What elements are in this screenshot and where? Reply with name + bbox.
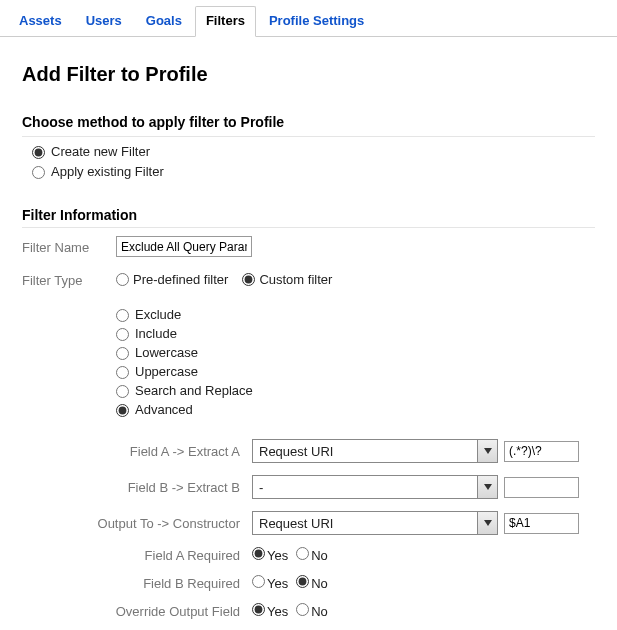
subtype-label-exclude: Exclude — [135, 306, 181, 324]
field-a-extract-input[interactable] — [504, 441, 579, 462]
subtype-radio-advanced[interactable] — [116, 404, 129, 417]
method-label-existing: Apply existing Filter — [51, 163, 164, 181]
field-b-select[interactable]: - — [252, 475, 498, 499]
subtype-label-include: Include — [135, 325, 177, 343]
filter-type-group: Pre-defined filter Custom filter — [116, 272, 338, 287]
subtype-label-advanced: Advanced — [135, 401, 193, 419]
field-b-label: Field B -> Extract B — [22, 480, 252, 495]
subtype-label-search-replace: Search and Replace — [135, 382, 253, 400]
subtype-radio-include[interactable] — [116, 328, 129, 341]
dropdown-arrow-icon — [477, 512, 497, 534]
svg-marker-1 — [484, 484, 492, 490]
tab-label: Filters — [206, 13, 245, 28]
subtype-radio-lowercase[interactable] — [116, 347, 129, 360]
filter-type-label-predefined: Pre-defined filter — [133, 272, 228, 287]
dropdown-arrow-icon — [477, 476, 497, 498]
tab-filters[interactable]: Filters — [195, 6, 256, 37]
output-to-label: Output To -> Constructor — [22, 516, 252, 531]
field-b-required-label: Field B Required — [22, 576, 252, 591]
filter-type-label-custom: Custom filter — [259, 272, 332, 287]
output-constructor-input[interactable] — [504, 513, 579, 534]
subtype-radio-uppercase[interactable] — [116, 366, 129, 379]
override-output-yes[interactable] — [252, 603, 265, 616]
no-label: No — [311, 576, 328, 591]
field-b-required-yes[interactable] — [252, 575, 265, 588]
tab-label: Profile Settings — [269, 13, 364, 28]
output-to-select-value: Request URI — [253, 516, 477, 531]
svg-marker-0 — [484, 448, 492, 454]
subtype-label-lowercase: Lowercase — [135, 344, 198, 362]
yes-label: Yes — [267, 604, 288, 619]
filter-type-radio-predefined[interactable] — [116, 273, 129, 286]
output-to-select[interactable]: Request URI — [252, 511, 498, 535]
method-radio-existing[interactable] — [32, 166, 45, 179]
tab-label: Assets — [19, 13, 62, 28]
method-label-create: Create new Filter — [51, 143, 150, 161]
filter-name-label: Filter Name — [22, 238, 116, 255]
field-b-select-value: - — [253, 480, 477, 495]
field-b-required-no[interactable] — [296, 575, 309, 588]
subtype-label-uppercase: Uppercase — [135, 363, 198, 381]
filter-name-input[interactable] — [116, 236, 252, 257]
advanced-config: Field A -> Extract A Request URI Field B… — [22, 439, 595, 630]
override-output-no[interactable] — [296, 603, 309, 616]
override-output-label: Override Output Field — [22, 604, 252, 619]
no-label: No — [311, 604, 328, 619]
subtype-radio-exclude[interactable] — [116, 309, 129, 322]
content-area: Add Filter to Profile Choose method to a… — [0, 37, 617, 630]
page-title: Add Filter to Profile — [22, 63, 595, 86]
field-a-required-no[interactable] — [296, 547, 309, 560]
tab-assets[interactable]: Assets — [8, 6, 73, 36]
tab-profile-settings[interactable]: Profile Settings — [258, 6, 375, 36]
filter-type-label: Filter Type — [22, 271, 116, 288]
field-a-label: Field A -> Extract A — [22, 444, 252, 459]
svg-marker-2 — [484, 520, 492, 526]
tabs-bar: Assets Users Goals Filters Profile Setti… — [0, 0, 617, 37]
field-a-required-yes[interactable] — [252, 547, 265, 560]
method-radio-group: Create new Filter Apply existing Filter — [32, 143, 595, 181]
filter-type-radio-custom[interactable] — [242, 273, 255, 286]
method-radio-create[interactable] — [32, 146, 45, 159]
field-a-select[interactable]: Request URI — [252, 439, 498, 463]
yes-label: Yes — [267, 576, 288, 591]
info-heading: Filter Information — [22, 207, 595, 228]
tab-goals[interactable]: Goals — [135, 6, 193, 36]
yes-label: Yes — [267, 548, 288, 563]
dropdown-arrow-icon — [477, 440, 497, 462]
tab-users[interactable]: Users — [75, 6, 133, 36]
filter-subtype-group: Exclude Include Lowercase Uppercase Sear… — [116, 306, 595, 419]
field-a-required-label: Field A Required — [22, 548, 252, 563]
tab-label: Goals — [146, 13, 182, 28]
field-a-select-value: Request URI — [253, 444, 477, 459]
method-heading: Choose method to apply filter to Profile — [22, 114, 595, 137]
field-b-extract-input[interactable] — [504, 477, 579, 498]
tab-label: Users — [86, 13, 122, 28]
no-label: No — [311, 548, 328, 563]
subtype-radio-search-replace[interactable] — [116, 385, 129, 398]
